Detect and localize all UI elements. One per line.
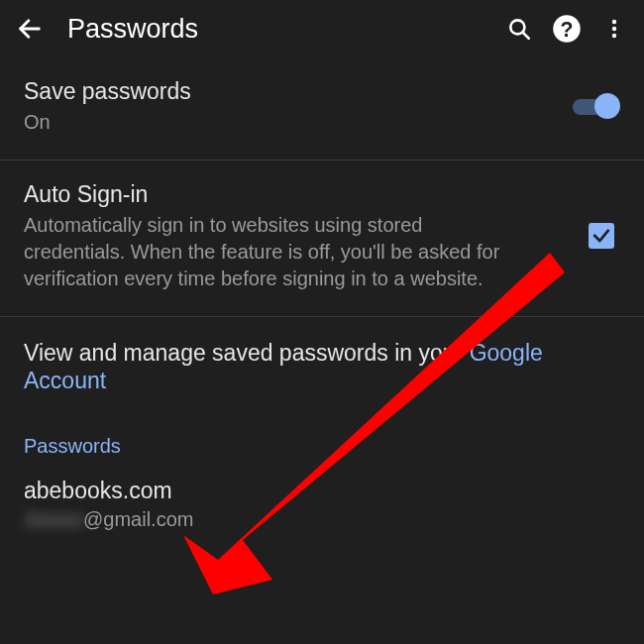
app-bar: Passwords ? [0, 0, 644, 57]
username-domain-part: @gmail.com [83, 508, 193, 530]
auto-signin-row[interactable]: Auto Sign-in Automatically sign in to we… [0, 161, 644, 316]
save-passwords-row[interactable]: Save passwords On [0, 57, 644, 160]
svg-line-2 [522, 32, 528, 38]
page-title: Passwords [67, 14, 495, 45]
manage-passwords-row[interactable]: View and manage saved passwords in your … [0, 317, 644, 418]
search-icon [506, 16, 532, 42]
saved-password-username: Jxxxxx@gmail.com [24, 508, 620, 531]
saved-password-site: abebooks.com [24, 478, 620, 504]
svg-point-7 [612, 34, 616, 38]
passwords-section-header: Passwords [0, 417, 644, 464]
save-passwords-toggle[interactable] [573, 94, 616, 118]
auto-signin-checkbox[interactable] [589, 223, 614, 249]
username-masked-part: Jxxxxx [24, 508, 83, 530]
svg-point-5 [612, 20, 616, 24]
back-button[interactable] [6, 5, 54, 53]
svg-text:?: ? [561, 18, 574, 42]
search-button[interactable] [495, 5, 543, 53]
saved-password-item[interactable]: abebooks.com Jxxxxx@gmail.com [0, 464, 644, 551]
help-button[interactable]: ? [543, 5, 590, 53]
auto-signin-title: Auto Sign-in [24, 180, 575, 209]
passwords-settings-screen: Passwords ? Save passwords On [0, 0, 644, 644]
more-vert-icon [602, 17, 626, 41]
save-passwords-title: Save passwords [24, 77, 573, 106]
overflow-menu-button[interactable] [590, 5, 638, 53]
arrow-left-icon [16, 15, 44, 43]
manage-passwords-text: View and manage saved passwords in your [24, 340, 470, 366]
check-icon [591, 226, 611, 246]
save-passwords-status: On [24, 109, 529, 136]
svg-point-6 [612, 27, 616, 31]
help-icon: ? [552, 14, 582, 44]
auto-signin-description: Automatically sign in to websites using … [24, 212, 529, 292]
